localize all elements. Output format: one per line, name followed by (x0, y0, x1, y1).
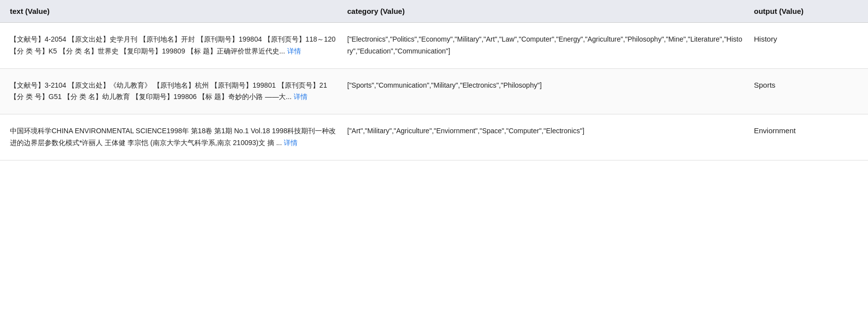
cell-category-2: ["Art","Military","Agriculture","Enviorn… (347, 125, 754, 137)
cell-output-2: Enviornment (754, 125, 858, 135)
cell-category-0: ["Electronics","Politics","Economy","Mil… (347, 34, 754, 57)
cell-output-1: Sports (754, 80, 858, 89)
detail-link-0[interactable]: 详情 (287, 47, 301, 55)
cell-output-0: History (754, 34, 858, 43)
cell-text-1: 【文献号】3-2104 【原文出处】《幼儿教育》 【原刊地名】杭州 【原刊期号】… (10, 80, 347, 104)
text-content-1: 【文献号】3-2104 【原文出处】《幼儿教育》 【原刊地名】杭州 【原刊期号】… (10, 81, 327, 101)
table-row: 【文献号】3-2104 【原文出处】《幼儿教育》 【原刊地名】杭州 【原刊期号】… (0, 69, 868, 115)
cell-text-0: 【文献号】4-2054 【原文出处】史学月刊 【原刊地名】开封 【原刊期号】19… (10, 34, 347, 57)
cell-category-1: ["Sports","Communication","Military","El… (347, 80, 754, 92)
table-row: 【文献号】4-2054 【原文出处】史学月刊 【原刊地名】开封 【原刊期号】19… (0, 23, 868, 69)
detail-link-2[interactable]: 详情 (284, 139, 298, 147)
table-header: text (Value) category (Value) output (Va… (0, 0, 868, 23)
table-wrapper: text (Value) category (Value) output (Va… (0, 0, 868, 160)
table-row: 中国环境科学CHINA ENVIRONMENTAL SCIENCE1998年 第… (0, 114, 868, 160)
detail-link-1[interactable]: 详情 (294, 93, 308, 101)
header-output-col: output (Value) (754, 7, 858, 15)
header-category-col: category (Value) (347, 7, 754, 15)
header-text-col: text (Value) (10, 7, 347, 15)
cell-text-2: 中国环境科学CHINA ENVIRONMENTAL SCIENCE1998年 第… (10, 125, 347, 149)
